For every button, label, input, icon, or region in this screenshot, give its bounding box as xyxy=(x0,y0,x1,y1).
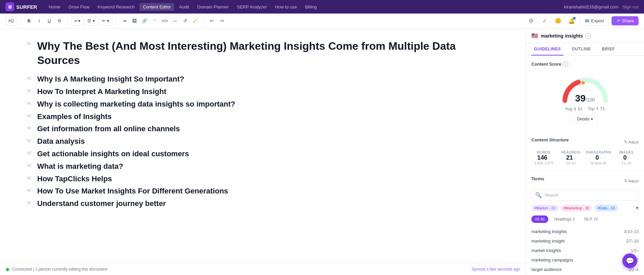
details-button[interactable]: Details ▾ xyxy=(572,115,598,123)
editor-h2-2: h2 Why is collecting marketing data insi… xyxy=(27,99,499,110)
terms-tab-all[interactable]: All 80 xyxy=(531,215,548,223)
score-info-icon[interactable]: i xyxy=(563,61,568,67)
gauge-wrap: 39/100 xyxy=(558,73,612,104)
nav-home[interactable]: Home xyxy=(45,3,64,11)
wp-icon: W xyxy=(585,18,589,23)
filter-tag-market[interactable]: #Market - 22 xyxy=(531,205,558,211)
share-icon: ↗ xyxy=(616,18,620,23)
export-button[interactable]: W Export xyxy=(580,16,609,26)
editor-h2-3: h2 Examples of Insights xyxy=(27,112,499,122)
toolbar-separator-4 xyxy=(203,18,204,24)
terms-search-input[interactable] xyxy=(545,192,635,198)
editor-area[interactable]: h1 Why The Best (And Most Interesting) M… xyxy=(0,28,526,275)
editor-h2-text-2[interactable]: Why is collecting marketing data insight… xyxy=(37,99,235,110)
chevron-down-icon: ▾ xyxy=(93,18,95,23)
nav-content-editor[interactable]: Content Editor xyxy=(139,3,174,11)
h2-label-8: h2 xyxy=(27,176,34,180)
tab-outline[interactable]: OUTLINE xyxy=(569,43,594,55)
check-button[interactable]: ✓ xyxy=(539,16,550,26)
content-structure-title: Content Structure xyxy=(531,137,569,142)
synced-text: Synced a few seconds ago xyxy=(472,267,520,272)
tab-brief[interactable]: BRIEF xyxy=(599,43,618,55)
editor-h2-text-9[interactable]: How To Use Market Insights For Different… xyxy=(37,186,228,197)
eraser-button[interactable]: 🧹 xyxy=(190,16,200,26)
toolbar-align-group: ≡ ▾ ☰ ▾ ✏ ▾ xyxy=(71,16,113,26)
bold-button[interactable]: B xyxy=(24,16,34,26)
filter-tag-data[interactable]: #Data - 10 xyxy=(594,205,618,211)
editor-h2-text-7[interactable]: What is marketing data? xyxy=(37,161,123,172)
emoji-button[interactable]: 🙂 xyxy=(553,16,564,26)
nav-keyword-research[interactable]: Keyword Research xyxy=(94,3,138,11)
share-button[interactable]: ↗ Share xyxy=(612,16,639,25)
content-structure-header: Content Structure ⇅ Adjust xyxy=(531,137,639,146)
nav-growflow[interactable]: Grow Flow xyxy=(65,3,93,11)
list-dropdown[interactable]: ☰ ▾ xyxy=(84,16,98,26)
structure-adjust-button[interactable]: ⇅ Adjust xyxy=(624,140,639,144)
redo-button[interactable]: ↪ xyxy=(217,16,227,26)
strikethrough-button[interactable]: S xyxy=(55,16,64,26)
editor-h2-text-3[interactable]: Examples of Insights xyxy=(37,112,112,122)
top-nav: ⊞ SURFER Home Grow Flow Keyword Research… xyxy=(0,0,644,14)
editor-h2-text-10[interactable]: Understand customer journey better xyxy=(37,199,166,209)
panel-title: marketing insights xyxy=(541,33,583,39)
flag-icon: 🇺🇸 xyxy=(531,32,538,39)
editor-h2-1: h2 How To Interpret A Marketing Insight xyxy=(27,87,499,97)
h2-label-10: h2 xyxy=(27,201,34,205)
italic-button[interactable]: I xyxy=(34,16,44,26)
panel-header: 🇺🇸 marketing insights i xyxy=(526,28,644,43)
nav-how-to-use[interactable]: How to use xyxy=(272,3,300,11)
editor-h2-text-8[interactable]: How TapClicks Helps xyxy=(37,174,112,184)
quote-button[interactable]: " xyxy=(150,16,159,26)
editor-h2-text-0[interactable]: Why Is A Marketing Insight So Important? xyxy=(37,74,184,85)
nav-billing[interactable]: Billing xyxy=(302,3,320,11)
terms-tab-nlp[interactable]: NLP 79 xyxy=(581,215,601,223)
nav-serp-analyzer[interactable]: SERP Analyzer xyxy=(233,3,270,11)
terms-tab-headings[interactable]: Headings 5 xyxy=(551,215,578,223)
gauge-denom: /100 xyxy=(585,97,595,102)
terms-search-box[interactable]: 🔍 xyxy=(531,189,639,201)
content-score-title: Content Score i xyxy=(531,61,639,67)
filter-tag-marketing[interactable]: #Marketing - 16 xyxy=(560,205,592,211)
editor-h2-text-4[interactable]: Get information from all online channels xyxy=(37,124,180,134)
tab-guidelines[interactable]: GUIDELINES xyxy=(531,43,564,55)
code-button[interactable]: </> xyxy=(160,16,169,26)
editor-h2-text-1[interactable]: How To Interpret A Marketing Insight xyxy=(37,87,166,97)
terms-title: Terms xyxy=(531,176,544,181)
highlight-dropdown[interactable]: ✏ ▾ xyxy=(99,16,112,26)
divider-button[interactable]: — xyxy=(170,16,180,26)
chevron-down-icon: ▾ xyxy=(78,18,80,23)
settings-button[interactable]: ⚙ xyxy=(526,16,536,26)
underline-button[interactable]: U xyxy=(45,16,54,26)
right-panel: 🇺🇸 marketing insights i GUIDELINES OUTLI… xyxy=(526,28,644,275)
adjust-icon-2: ⇅ xyxy=(624,179,627,183)
align-dropdown[interactable]: ≡ ▾ xyxy=(71,16,84,26)
panel-info-icon[interactable]: i xyxy=(585,33,591,39)
sign-out-link[interactable]: Sign out xyxy=(622,4,639,9)
toolbar-separator-1 xyxy=(21,18,21,24)
editor-h1-text[interactable]: Why The Best (And Most Interesting) Mark… xyxy=(37,39,499,67)
editor-h1-block: h1 Why The Best (And Most Interesting) M… xyxy=(27,39,499,67)
editor-h2-9: h2 How To Use Market Insights For Differ… xyxy=(27,186,499,197)
nav-audit[interactable]: Audit xyxy=(176,3,192,11)
heading-level-dropdown[interactable]: H2 xyxy=(5,16,17,26)
editor-h2-text-6[interactable]: Get actionable insights on ideal custome… xyxy=(37,149,189,159)
toolbar-separator-2 xyxy=(68,18,68,24)
indent-button[interactable]: ⇥ xyxy=(119,16,129,26)
terms-adjust-button[interactable]: ⇅ Adjust xyxy=(624,179,639,183)
h2-label-5: h2 xyxy=(27,138,34,142)
logo[interactable]: ⊞ SURFER xyxy=(5,2,37,11)
undo-button[interactable]: ↩ xyxy=(207,16,216,26)
nav-domain-planner[interactable]: Domain Planner xyxy=(194,3,232,11)
insert-link-button[interactable]: 🔗 xyxy=(140,16,149,26)
gauge-number: 39/100 xyxy=(575,93,595,104)
redo-alt-button[interactable]: ↺ xyxy=(180,16,190,26)
term-item-4: target audience 0/2–4 xyxy=(531,265,639,274)
term-item-2: market insights 1/2– xyxy=(531,246,639,255)
chat-bubble-button[interactable]: 💬 xyxy=(622,253,637,268)
insert-image-button[interactable]: 🖼 xyxy=(130,16,139,26)
status-bar: ◆ Connected | 1 person currently editing… xyxy=(0,263,526,275)
content-structure-section: Content Structure ⇅ Adjust WORDS 146 ↑ 1… xyxy=(526,132,644,171)
editor-h2-text-5[interactable]: Data analysis xyxy=(37,136,85,147)
filter-expand-icon[interactable]: ▾ xyxy=(636,205,639,211)
notification-button[interactable]: 🔔 xyxy=(566,16,577,26)
